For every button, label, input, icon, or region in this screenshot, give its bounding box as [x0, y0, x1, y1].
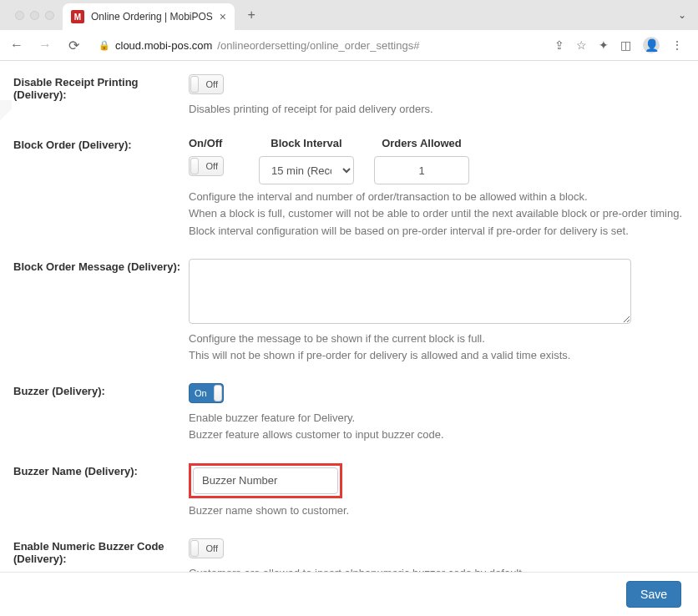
col-header-onoff: On/Off: [189, 137, 239, 149]
help-block-message-1: Configure the message to be shown if the…: [189, 331, 685, 346]
setting-buzzer: Buzzer (Delivery): On Enable buzzer feat…: [13, 383, 685, 442]
url-path: /onlineordersetting/online_order_setting…: [217, 39, 419, 52]
url-host: cloud.mobi-pos.com: [115, 39, 212, 52]
browser-tab[interactable]: M Online Ordering | MobiPOS ×: [63, 3, 235, 30]
setting-block-message: Block Order Message (Delivery): Configur…: [13, 259, 685, 363]
highlight-buzzer-name: [189, 463, 342, 498]
label-numeric-buzzer: Enable Numeric Buzzer Code (Delivery):: [13, 538, 189, 565]
help-block-message-2: This will not be shown if pre-order for …: [189, 348, 685, 363]
back-button[interactable]: ←: [7, 35, 27, 55]
toggle-label: Off: [206, 161, 218, 171]
address-bar: ← → ⟳ 🔒 cloud.mobi-pos.com/onlineorderse…: [0, 30, 698, 60]
lock-icon: 🔒: [99, 40, 110, 51]
bookmark-icon[interactable]: ☆: [576, 38, 587, 52]
toggle-knob: [190, 158, 199, 174]
toggle-numeric-buzzer[interactable]: Off: [189, 538, 224, 558]
toggle-label: Off: [206, 79, 218, 89]
setting-block-order: Block Order (Delivery): On/Off Off Block…: [13, 137, 685, 239]
minimize-window-icon[interactable]: [30, 11, 39, 20]
label-block-message: Block Order Message (Delivery):: [13, 259, 189, 273]
chrome-actions: ⇪ ☆ ✦ ◫ 👤 ⋮: [554, 37, 691, 53]
close-window-icon[interactable]: [15, 11, 24, 20]
drawer-handle-icon[interactable]: [0, 100, 12, 140]
page-content: Disable Receipt Printing (Delivery): Off…: [0, 61, 698, 616]
col-header-interval: Block Interval: [259, 137, 354, 149]
reload-button[interactable]: ⟳: [63, 35, 83, 55]
input-buzzer-name[interactable]: [193, 467, 338, 494]
maximize-window-icon[interactable]: [45, 11, 54, 20]
profile-icon[interactable]: 👤: [643, 37, 660, 53]
sidepanel-icon[interactable]: ◫: [620, 38, 631, 52]
share-icon[interactable]: ⇪: [554, 38, 564, 52]
help-disable-receipt: Disables printing of receipt for paid de…: [189, 102, 685, 117]
menu-icon[interactable]: ⋮: [671, 38, 683, 52]
help-buzzer-name: Buzzer name shown to customer.: [189, 503, 685, 518]
extensions-icon[interactable]: ✦: [599, 38, 609, 52]
tab-list-button[interactable]: ⌄: [678, 9, 698, 21]
toggle-block-order[interactable]: Off: [189, 156, 224, 176]
input-orders-allowed[interactable]: [374, 156, 469, 184]
toggle-label: On: [195, 388, 207, 398]
toggle-knob: [190, 540, 199, 557]
setting-buzzer-name: Buzzer Name (Delivery): Buzzer name show…: [13, 463, 685, 518]
toggle-buzzer[interactable]: On: [189, 383, 224, 403]
label-disable-receipt: Disable Receipt Printing (Delivery):: [13, 74, 189, 101]
footer-bar: Save: [0, 572, 698, 616]
toggle-disable-receipt[interactable]: Off: [189, 74, 224, 94]
tab-title: Online Ordering | MobiPOS: [91, 11, 213, 23]
help-block-order-2: When a block is full, customer will not …: [189, 206, 685, 221]
help-buzzer-1: Enable buzzer feature for Delivery.: [189, 411, 685, 426]
toggle-label: Off: [206, 543, 218, 553]
help-block-order-3: Block interval configuration will be bas…: [189, 224, 685, 239]
help-buzzer-2: Buzzer feature allows customer to input …: [189, 427, 685, 442]
textarea-block-message[interactable]: [189, 259, 631, 324]
label-block-order: Block Order (Delivery):: [13, 137, 189, 151]
label-buzzer-name: Buzzer Name (Delivery):: [13, 463, 189, 477]
toggle-knob: [190, 76, 199, 93]
tab-bar: M Online Ordering | MobiPOS × + ⌄: [0, 0, 698, 30]
toggle-knob: [214, 385, 222, 401]
window-controls: [7, 11, 63, 20]
url-input[interactable]: 🔒 cloud.mobi-pos.com/onlineordersetting/…: [92, 39, 546, 52]
browser-chrome: M Online Ordering | MobiPOS × + ⌄ ← → ⟳ …: [0, 0, 698, 61]
favicon-icon: M: [71, 10, 84, 23]
label-buzzer: Buzzer (Delivery):: [13, 383, 189, 397]
setting-disable-receipt: Disable Receipt Printing (Delivery): Off…: [13, 74, 685, 117]
new-tab-button[interactable]: +: [240, 3, 263, 27]
help-block-order-1: Configure the interval and number of ord…: [189, 189, 685, 204]
forward-button[interactable]: →: [35, 35, 55, 55]
tab-close-icon[interactable]: ×: [220, 10, 226, 23]
select-block-interval[interactable]: 15 min (Recommended): [259, 156, 354, 184]
col-header-allowed: Orders Allowed: [374, 137, 469, 149]
save-button[interactable]: Save: [626, 581, 681, 608]
